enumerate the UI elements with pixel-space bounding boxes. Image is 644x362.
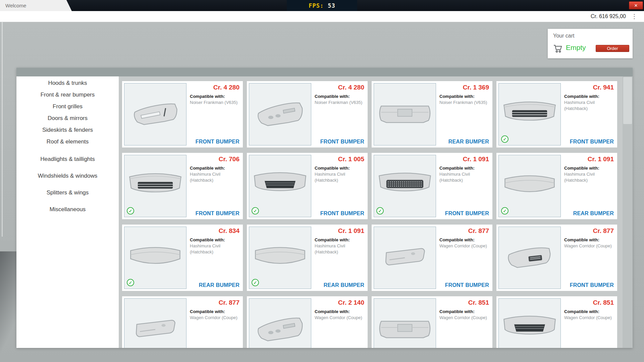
compatible-label: Compatible with: (190, 309, 225, 314)
owned-check-icon: ✓ (376, 207, 384, 215)
front-bumper-image (374, 155, 436, 217)
tab-welcome[interactable]: Welcome (0, 0, 72, 11)
product-card[interactable]: ✓ Cr. 4 280 Compatible with: Noiser Fran… (122, 81, 243, 147)
part-type-label: FRONT BUMPER (445, 210, 489, 217)
product-grid: ✓ Cr. 4 280 Compatible with: Noiser Fran… (122, 81, 619, 348)
compatible-value: Hashimura Civil (Hatchback) (564, 100, 616, 111)
owned-check-icon: ✓ (501, 207, 508, 215)
compatible-label: Compatible with: (564, 94, 599, 99)
part-type-label: FRONT BUMPER (445, 282, 489, 288)
sheet-edge-highlight (2, 22, 3, 237)
part-type-label: FRONT BUMPER (196, 210, 239, 217)
part-image-box: ✓ (249, 155, 311, 217)
compatible-value: Wagen Corridor (Coupe) (439, 243, 491, 249)
product-card[interactable]: ✓ Cr. 1 369 Compatible with: Noiser Fran… (372, 81, 492, 147)
fps-value: 53 (328, 2, 335, 9)
front-bumper-image (374, 227, 436, 289)
part-price: Cr. 1 005 (338, 156, 364, 163)
product-card[interactable]: ✓ Cr. 851 Compatible with: Wagen Corrido… (372, 296, 492, 348)
product-card[interactable]: ✓ Cr. 877 Compatible with: Wagen Corrido… (372, 225, 492, 291)
catalog-window: Hoods & trunks Front & rear bumpers Fron… (16, 68, 633, 348)
part-price: Cr. 941 (593, 84, 614, 91)
part-price: Cr. 706 (219, 156, 239, 163)
part-image-box: ✓ (498, 83, 561, 145)
owned-check-icon: ✓ (252, 279, 259, 286)
part-price: Cr. 877 (593, 227, 614, 235)
compatible-label: Compatible with: (439, 94, 475, 99)
compatible-label: Compatible with: (190, 237, 225, 242)
product-card[interactable]: ✓ Cr. 1 005 Compatible with: Hashimura C… (247, 153, 368, 219)
rear-bumper-image (499, 155, 560, 217)
part-type-label: REAR BUMPER (324, 282, 364, 288)
sidebar-item-hoods-trunks[interactable]: Hoods & trunks (16, 77, 119, 89)
product-card[interactable]: ✓ Cr. 877 Compatible with: Wagen Corrido… (496, 225, 617, 291)
compatible-value: Noiser Frankman (V635) (439, 100, 491, 106)
product-card[interactable]: ✓ Cr. 4 280 Compatible with: Noiser Fran… (247, 81, 368, 147)
sidebar-item-sideskirts-fenders[interactable]: Sideskirts & fenders (16, 124, 119, 136)
sidebar-item-headlights-taillights[interactable]: Headlights & taillights (16, 151, 119, 168)
compatible-label: Compatible with: (439, 309, 475, 314)
bumper-image (374, 299, 436, 348)
product-card[interactable]: ✓ Cr. 1 091 Compatible with: Hashimura C… (247, 225, 368, 291)
part-image-box: ✓ (124, 227, 186, 289)
part-price: Cr. 851 (593, 299, 614, 306)
sidebar-item-roof-elements[interactable]: Roof & elements (16, 136, 119, 147)
fps-label: FPS: (309, 2, 324, 9)
compatible-label: Compatible with: (190, 166, 225, 171)
compatible-value: Wagen Corridor (Coupe) (564, 315, 616, 321)
front-bumper-image (124, 83, 186, 145)
product-card[interactable]: ✓ Cr. 834 Compatible with: Hashimura Civ… (122, 225, 243, 291)
compatible-label: Compatible with: (190, 94, 225, 99)
product-card[interactable]: ✓ Cr. 941 Compatible with: Hashimura Civ… (496, 81, 617, 147)
sidebar-item-front-rear-bumpers[interactable]: Front & rear bumpers (16, 89, 119, 101)
sidebar-item-windshields-windows[interactable]: Windshields & windows (16, 168, 119, 184)
catalog-titlebar (16, 68, 633, 76)
scrollbar-thumb[interactable] (623, 77, 632, 124)
catalog-scrollbar[interactable] (623, 76, 633, 348)
product-card[interactable]: ✓ Cr. 2 140 Compatible with: Wagen Corri… (247, 296, 368, 348)
sidebar-item-splitters-wings[interactable]: Splitters & wings (16, 184, 119, 201)
rear-bumper-image (249, 227, 311, 289)
part-type-label: FRONT BUMPER (196, 139, 239, 145)
rear-bumper-image (124, 227, 186, 289)
part-type-label: FRONT BUMPER (320, 139, 364, 145)
compatible-value: Wagen Corridor (Coupe) (190, 315, 241, 321)
compatible-label: Compatible with: (315, 309, 350, 314)
part-type-label: REAR BUMPER (573, 210, 614, 217)
product-card[interactable]: ✓ Cr. 1 091 Compatible with: Hashimura C… (496, 153, 617, 219)
part-image-box: ✓ (498, 155, 561, 217)
cart-panel: Your cart Empty Order (548, 29, 633, 58)
product-card[interactable]: ✓ Cr. 877 Compatible with: Wagen Corrido… (122, 296, 243, 348)
owned-check-icon: ✓ (127, 279, 134, 286)
bumper-image (124, 299, 186, 348)
close-button[interactable]: ✕ (629, 1, 643, 9)
compatible-value: Hashimura Civil (Hatchback) (564, 171, 616, 183)
category-sidebar: Hoods & trunks Front & rear bumpers Fron… (16, 76, 119, 348)
part-type-label: FRONT BUMPER (320, 210, 364, 217)
part-type-label: FRONT BUMPER (570, 139, 614, 145)
tab-welcome-label: Welcome (5, 3, 26, 8)
product-card[interactable]: ✓ Cr. 851 Compatible with: Wagen Corrido… (496, 296, 617, 348)
part-price: Cr. 2 140 (338, 299, 364, 306)
compatible-label: Compatible with: (564, 309, 599, 314)
compatible-value: Noiser Frankman (V635) (190, 100, 241, 106)
sidebar-item-miscellaneous[interactable]: Miscellaneous (16, 201, 119, 218)
menu-bar: Cr. 616 925,00 ⋮ (0, 11, 644, 22)
front-bumper-image (499, 227, 560, 289)
compatible-value: Noiser Frankman (V635) (315, 100, 366, 106)
compatible-label: Compatible with: (315, 166, 350, 171)
cart-status: Empty (566, 44, 586, 52)
front-bumper-image (124, 155, 186, 217)
compatible-value: Hashimura Civil (Hatchback) (190, 171, 241, 183)
kebab-menu-icon[interactable]: ⋮ (631, 11, 637, 22)
product-card[interactable]: ✓ Cr. 1 091 Compatible with: Hashimura C… (372, 153, 492, 219)
sidebar-item-doors-mirrors[interactable]: Doors & mirrors (16, 112, 119, 124)
sidebar-item-front-grilles[interactable]: Front grilles (16, 101, 119, 112)
order-button[interactable]: Order (596, 45, 629, 52)
fps-counter: FPS: 53 (287, 0, 357, 11)
product-card[interactable]: ✓ Cr. 706 Compatible with: Hashimura Civ… (122, 153, 243, 219)
compatible-label: Compatible with: (564, 166, 599, 171)
bumper-image (499, 299, 560, 348)
compatible-label: Compatible with: (439, 237, 475, 242)
part-image-box: ✓ (249, 298, 311, 348)
